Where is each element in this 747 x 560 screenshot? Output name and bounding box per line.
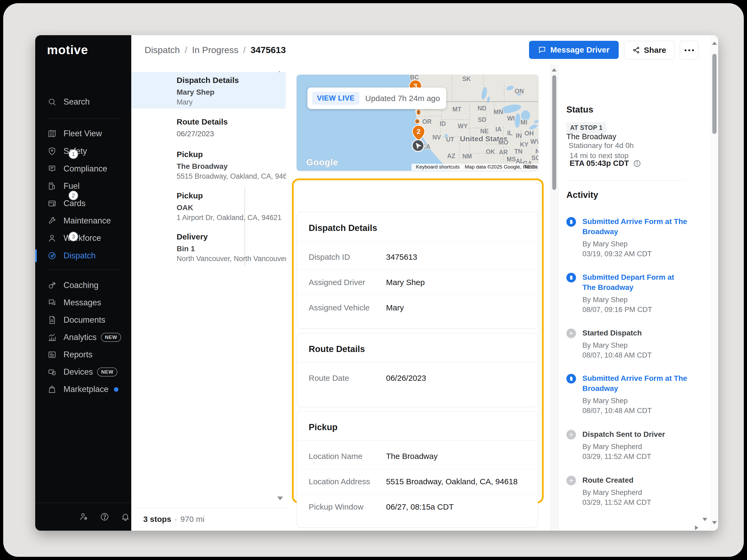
- activity-title: Dispatch Sent to Driver: [583, 429, 689, 439]
- map-label: ON: [515, 88, 524, 95]
- keyboard-shortcuts-link[interactable]: Keyboard shortcuts: [416, 164, 460, 169]
- sidebar-item-analytics[interactable]: Analytics NEW: [35, 330, 131, 345]
- map-label: OH: [524, 130, 534, 137]
- share-button[interactable]: Share: [624, 41, 674, 59]
- more-options-button[interactable]: [680, 41, 698, 59]
- middle-scrollbar[interactable]: [550, 64, 558, 531]
- stop-type: Pickup: [177, 191, 203, 200]
- help-icon[interactable]: [100, 512, 109, 521]
- map[interactable]: BC SK ON WA MT ND MN SD WI MI ID OR WY N…: [297, 75, 538, 171]
- sidebar-item-fuel[interactable]: Fuel: [35, 179, 131, 194]
- activity-item: Submitted Arrive Form at The Broadway By…: [566, 373, 694, 416]
- info-icon[interactable]: [633, 159, 641, 167]
- field-label: Location Address: [309, 477, 386, 486]
- vehicle-location-puck[interactable]: [412, 140, 424, 152]
- share-label: Share: [644, 46, 666, 55]
- scrollbar-thumb[interactable]: [552, 75, 556, 190]
- activity-timestamp: 08/07, 10:48 AM CDT: [583, 406, 694, 416]
- map-label: KY: [520, 141, 529, 148]
- footer-separator: ·: [175, 515, 177, 524]
- field-row-pickup-window: Pickup Window 06/27, 08:15a CDT: [297, 494, 538, 519]
- map-label: OK: [486, 148, 495, 155]
- breadcrumb-in-progress[interactable]: In Progress: [192, 45, 238, 55]
- field-row-location-address: Location Address 5515 Broadway, Oakland,…: [297, 469, 538, 494]
- card-title: Dispatch Details: [297, 212, 538, 241]
- list-item-dispatch-details-selected[interactable]: Dispatch Details Mary Shep Mary: [131, 72, 286, 109]
- admin-users-icon[interactable]: [79, 512, 88, 521]
- page-header: Dispatch / In Progress / 3475613 Message…: [131, 35, 718, 65]
- scrollbar-thumb[interactable]: [712, 54, 717, 134]
- message-driver-button[interactable]: Message Driver: [529, 41, 619, 59]
- sidebar-item-marketplace[interactable]: Marketplace: [35, 382, 131, 397]
- report-icon: [48, 350, 56, 359]
- sidebar-item-reports[interactable]: Reports: [35, 347, 131, 362]
- scroll-up-arrow[interactable]: [552, 68, 557, 72]
- sidebar-item-safety[interactable]: Safety: [35, 144, 131, 159]
- sidebar-bottom-bar: [35, 509, 131, 525]
- sidebar-item-workforce[interactable]: Workforce: [35, 231, 131, 246]
- document-icon: [48, 316, 56, 324]
- terms-link[interactable]: Terms: [524, 164, 538, 169]
- header-actions: Message Driver Share: [529, 41, 698, 59]
- activity-author: By Mary Shepherd: [583, 488, 694, 498]
- field-row-assigned-vehicle: Assigned Vehicle Mary: [297, 295, 538, 320]
- scroll-down-arrow[interactable]: [712, 521, 717, 524]
- sidebar-item-fleet-view[interactable]: Fleet View: [35, 126, 131, 141]
- sidebar-item-dispatch[interactable]: Dispatch: [35, 248, 131, 263]
- sidebar-item-coaching[interactable]: Coaching: [35, 278, 131, 293]
- app-window: motive Search Fleet View Safety Complian…: [35, 35, 718, 531]
- view-live-card[interactable]: VIEW LIVE Updated 7h 24m ago: [307, 87, 446, 109]
- map-label: SK: [462, 76, 471, 82]
- bell-icon[interactable]: [121, 512, 130, 521]
- map-label: IN: [516, 132, 522, 139]
- activity-link[interactable]: Submitted Arrive Form at The Broadway: [583, 373, 689, 394]
- whistle-icon: [48, 281, 56, 290]
- view-live-button[interactable]: VIEW LIVE: [312, 92, 359, 105]
- activity-item: Submitted Depart Form at The Broadway By…: [566, 272, 694, 315]
- field-label: Assigned Driver: [309, 278, 386, 287]
- stop-count: 3 stops: [143, 515, 171, 524]
- sidebar-item-devices[interactable]: Devices NEW: [35, 365, 131, 379]
- sidebar-item-documents[interactable]: Documents: [35, 313, 131, 327]
- map-label: IL: [507, 130, 513, 136]
- field-label: Assigned Vehicle: [309, 303, 386, 312]
- stop-address: 1 Airport Dr, Oakland, CA, 94621: [177, 214, 281, 222]
- field-value: 3475613: [386, 252, 417, 262]
- map-label: WY: [458, 123, 468, 130]
- sidebar-item-messages[interactable]: Messages: [35, 295, 131, 310]
- devices-icon: [48, 368, 56, 376]
- compliance-icon: [48, 164, 56, 174]
- activity-author: By Mary Shep: [583, 239, 694, 249]
- panel-scroll-right-arrow[interactable]: [695, 525, 698, 530]
- list-scroll-down-arrow[interactable]: [277, 497, 283, 500]
- window-scrollbar[interactable]: [711, 35, 718, 531]
- motive-logo: motive: [47, 43, 88, 57]
- dispatch-detail-panel: BC SK ON WA MT ND MN SD WI MI ID OR WY N…: [286, 64, 558, 531]
- activity-link[interactable]: Submitted Arrive Form at The Broadway: [583, 216, 689, 237]
- map-label: N: [536, 148, 538, 155]
- scroll-up-arrow[interactable]: [712, 42, 717, 45]
- sidebar-item-cards[interactable]: Cards: [35, 196, 131, 211]
- list-item-route-details[interactable]: Route Details 06/27/2023: [177, 117, 228, 138]
- list-footer: 3 stops · 970 mi: [143, 515, 204, 524]
- form-event-icon: [566, 217, 576, 227]
- field-row-location-name: Location Name The Broadway: [297, 444, 538, 469]
- activity-author: By Mary Shep: [583, 295, 694, 305]
- desktop-background: motive Search Fleet View Safety Complian…: [3, 3, 744, 557]
- panel-scroll-down-arrow[interactable]: [702, 518, 707, 521]
- sidebar-item-compliance[interactable]: Compliance: [35, 161, 131, 176]
- fuel-pump-icon: [48, 182, 56, 191]
- stop-connector-line: [244, 187, 245, 266]
- activity-link[interactable]: Submitted Depart Form at The Broadway: [583, 272, 689, 293]
- breadcrumb-separator: /: [185, 45, 187, 55]
- map-label: SD: [478, 116, 486, 123]
- list-item-driver: Mary Shep: [177, 88, 214, 97]
- share-icon: [632, 46, 640, 54]
- route-details-card: Route Details Route Date 06/26/2023: [297, 333, 538, 407]
- breadcrumb-dispatch[interactable]: Dispatch: [145, 45, 180, 55]
- sidebar-item-search[interactable]: Search: [35, 95, 131, 109]
- sidebar-item-maintenance[interactable]: Maintenance: [35, 213, 131, 228]
- field-value: Mary Shep: [386, 278, 425, 287]
- stop-number-badge: 2: [69, 191, 78, 200]
- map-label: NE: [480, 128, 489, 135]
